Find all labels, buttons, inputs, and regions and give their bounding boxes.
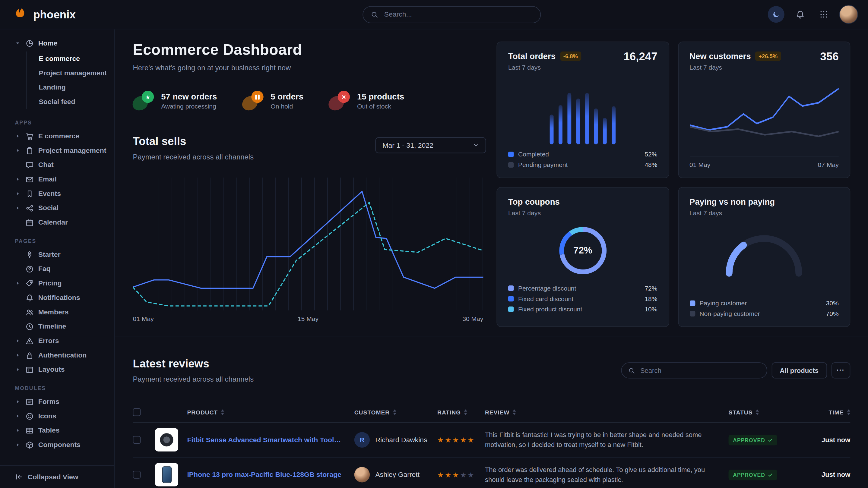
sidebar-item-ecommerce-dashboard[interactable]: E commerce [27, 52, 114, 66]
cube-icon [25, 441, 34, 449]
sort-icon [393, 409, 396, 415]
sidebar-item-starter[interactable]: Starter [0, 247, 114, 262]
stat-value: 15 products [357, 92, 404, 101]
x-tick: 15 May [298, 315, 318, 322]
sidebar-item-email[interactable]: Email [0, 172, 114, 187]
sidebar-item-project-management[interactable]: Project management [0, 143, 114, 158]
reviews-search-input[interactable] [639, 366, 760, 375]
check-icon [768, 473, 773, 478]
table-row: Fitbit Sense Advanced Smartwatch with To… [133, 423, 850, 458]
global-search-input[interactable] [383, 10, 533, 19]
total-sells-chart [133, 177, 484, 311]
star-rating: ★★★★★ [437, 435, 485, 444]
notifications-button[interactable] [792, 6, 808, 23]
sidebar-item-label: Authentication [38, 352, 87, 359]
reviews-table: PRODUCT CUSTOMER RATING REVIEW STATUS TI… [133, 402, 850, 488]
column-header-product[interactable]: PRODUCT [187, 409, 354, 415]
row-checkbox[interactable] [133, 471, 141, 479]
sidebar-item-errors[interactable]: Errors [0, 334, 114, 348]
reviews-toolbar: All products ••• [621, 362, 850, 378]
select-all-checkbox[interactable] [133, 409, 141, 416]
user-avatar[interactable] [839, 5, 858, 24]
sidebar-item-label: Tables [38, 426, 60, 434]
smile-icon [25, 412, 34, 421]
apps-menu-button[interactable] [815, 6, 832, 23]
collapse-view-button[interactable]: Collapsed View [0, 465, 114, 488]
global-search[interactable] [363, 6, 541, 23]
sidebar-item-ecommerce[interactable]: E commerce [0, 129, 114, 143]
grid-icon [819, 10, 828, 19]
cart-icon [25, 132, 34, 140]
all-products-button[interactable]: All products [772, 362, 827, 378]
column-header-time[interactable]: TIME [803, 409, 850, 415]
star-icon: ★ [133, 91, 154, 110]
column-header-review[interactable]: REVIEW [485, 409, 728, 415]
sidebar-item-authentication[interactable]: Authentication [0, 348, 114, 363]
sidebar-item-components[interactable]: Components [0, 438, 114, 452]
card-title: Paying vs non paying [689, 197, 775, 206]
stat-orders-on-hold: 5 orders On hold [243, 91, 303, 110]
column-header-rating[interactable]: RATING [437, 409, 485, 415]
sidebar-item-home[interactable]: Home [0, 36, 114, 50]
sidebar-item-pricing[interactable]: Pricing [0, 276, 114, 291]
clipboard-icon [25, 146, 34, 155]
column-header-status[interactable]: STATUS [728, 409, 803, 415]
sidebar-item-landing[interactable]: Landing [27, 80, 114, 95]
product-link[interactable]: iPhone 13 pro max-Pacific Blue-128GB sto… [187, 471, 354, 479]
sidebar-item-notifications[interactable]: Notifications [0, 291, 114, 305]
sidebar-item-timeline[interactable]: Timeline [0, 319, 114, 334]
legend-label: Pending payment [518, 162, 568, 168]
sidebar-item-events[interactable]: Events [0, 187, 114, 201]
pause-icon [243, 91, 264, 110]
sort-icon [756, 409, 759, 415]
sidebar-item-social[interactable]: Social [0, 201, 114, 215]
sidebar-item-label: Members [38, 308, 69, 316]
envelope-icon [25, 175, 34, 184]
new-customers-chart [689, 85, 839, 143]
star-rating: ★★★★★ [437, 470, 485, 479]
x-tick: 30 May [462, 315, 483, 322]
date-range-value: Mar 1 - 31, 2022 [382, 141, 433, 149]
review-text: The order was delivered ahead of schedul… [485, 465, 728, 485]
sort-icon [221, 409, 224, 415]
sidebar-item-members[interactable]: Members [0, 305, 114, 319]
sidebar-item-social-feed[interactable]: Social feed [27, 95, 114, 109]
caret-right-icon [15, 352, 21, 358]
sidebar-item-project-management-dashboard[interactable]: Project management [27, 66, 114, 80]
caret-right-icon [15, 176, 21, 182]
legend-value: 52% [645, 151, 657, 158]
sidebar-item-faq[interactable]: Faq [0, 262, 114, 276]
total-sells-subtitle: Payment received across all channels [133, 153, 254, 161]
reviews-search[interactable] [621, 362, 767, 378]
table-row: iPhone 13 pro max-Pacific Blue-128GB sto… [133, 458, 850, 488]
row-checkbox[interactable] [133, 436, 141, 444]
navbar-actions [768, 5, 858, 24]
product-thumbnail [155, 463, 178, 486]
iphone-image [162, 466, 171, 483]
stat-new-orders: ★ 57 new orders Awating processing [133, 91, 217, 110]
x-tick: 07 May [818, 162, 839, 168]
sidebar-item-calendar[interactable]: Calendar [0, 215, 114, 230]
column-header-customer[interactable]: CUSTOMER [354, 409, 437, 415]
status-badge: APPROVED [728, 435, 777, 446]
legend-swatch [689, 300, 695, 306]
card-period: Last 7 days [689, 64, 839, 71]
sidebar-item-layouts[interactable]: Layouts [0, 362, 114, 377]
date-range-select[interactable]: Mar 1 - 31, 2022 [375, 137, 486, 153]
legend-label: Fixed card discount [518, 295, 574, 302]
sidebar-item-tables[interactable]: Tables [0, 423, 114, 438]
top-navbar: phoenix [0, 0, 868, 29]
brand[interactable]: phoenix [14, 7, 76, 22]
sidebar-item-forms[interactable]: Forms [0, 395, 114, 409]
reviews-title: Latest reviews [133, 357, 254, 370]
more-options-button[interactable]: ••• [831, 362, 850, 378]
dark-mode-toggle[interactable] [768, 6, 784, 23]
sidebar-item-icons[interactable]: Icons [0, 409, 114, 423]
sidebar-item-chat[interactable]: Chat [0, 158, 114, 172]
sidebar-item-label: Project management [38, 147, 106, 154]
main-content: Ecommerce Dashboard Here's what's going … [115, 29, 868, 488]
product-link[interactable]: Fitbit Sense Advanced Smartwatch with To… [187, 436, 354, 444]
card-period: Last 7 days [689, 210, 839, 217]
legend-label: Fixed product discount [518, 306, 582, 313]
card-new-customers: New customers +26.5% Last 7 days 356 01 … [678, 42, 850, 178]
